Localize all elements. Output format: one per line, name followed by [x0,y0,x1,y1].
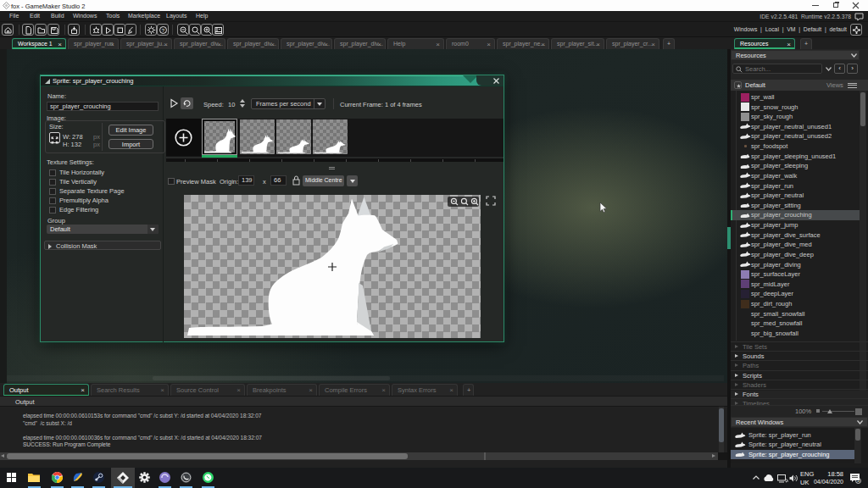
svg-text:5: 5 [857,478,860,483]
svg-text:?: ? [162,28,165,33]
